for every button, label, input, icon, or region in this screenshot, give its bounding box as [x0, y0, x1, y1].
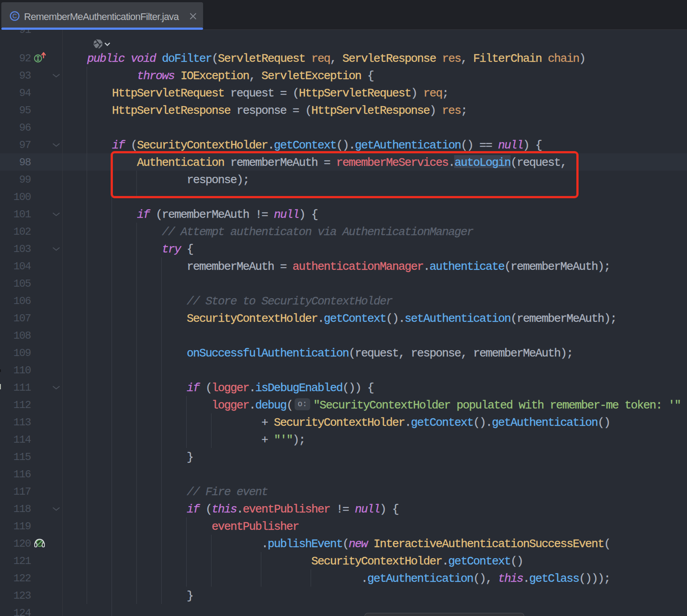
svg-text:C: C [12, 12, 17, 20]
